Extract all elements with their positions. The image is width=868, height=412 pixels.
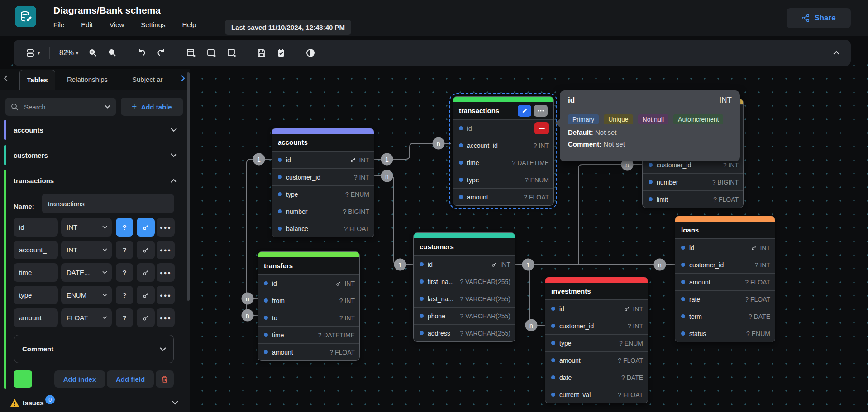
field-row[interactable]: time? DATETIME [453, 154, 553, 171]
table-transactions[interactable]: transactions id account_id? INT time? DA… [453, 96, 554, 206]
redo-button[interactable] [156, 48, 166, 58]
primary-key-toggle[interactable] [137, 308, 155, 327]
field-dot[interactable] [420, 297, 424, 301]
field-name-input[interactable]: type [14, 286, 58, 304]
collapse-toolbar-button[interactable] [833, 40, 840, 66]
field-dot[interactable] [681, 263, 685, 267]
field-dot[interactable] [264, 333, 268, 337]
field-row[interactable]: last_na...? VARCHAR(255) [414, 290, 515, 307]
field-row[interactable]: number? BIGINT [272, 203, 374, 220]
app-logo[interactable] [15, 6, 36, 27]
field-type-select[interactable]: FLOAT [61, 308, 112, 327]
field-name-input[interactable]: id [14, 218, 58, 237]
sidebar-item-customers[interactable]: customers [0, 144, 190, 166]
undo-button[interactable] [137, 48, 147, 58]
field-dot[interactable] [278, 158, 282, 162]
field-dot[interactable] [420, 279, 424, 284]
field-more-button[interactable]: ●●● [157, 218, 175, 237]
table-search[interactable] [5, 98, 116, 116]
field-type-select[interactable]: INT [61, 218, 112, 237]
add-index-button[interactable]: Add index [54, 370, 105, 388]
menu-file[interactable]: File [53, 21, 64, 28]
nullable-toggle[interactable]: ? [116, 263, 133, 282]
field-more-button[interactable]: ●●● [157, 241, 175, 259]
edit-table-button[interactable] [518, 105, 531, 117]
field-dot[interactable] [264, 316, 268, 320]
field-dot[interactable] [681, 280, 685, 284]
field-row[interactable]: current_val? FLOAT [545, 386, 648, 403]
field-dot[interactable] [278, 192, 282, 196]
field-dot[interactable] [551, 341, 555, 345]
add-note-button[interactable] [226, 47, 237, 58]
field-row[interactable]: address? VARCHAR(255) [414, 324, 515, 341]
tab-subject-areas[interactable]: Subject ar [132, 76, 174, 83]
field-row[interactable]: account_id? INT [453, 137, 553, 154]
field-row[interactable]: customer_id? INT [675, 256, 775, 273]
field-row[interactable]: type? ENUM [545, 334, 648, 351]
share-button[interactable]: Share [787, 8, 851, 28]
field-dot[interactable] [420, 314, 424, 318]
field-row[interactable]: idINT [272, 151, 374, 168]
field-row[interactable]: customer_id? INT [545, 317, 648, 334]
comment-collapsible[interactable]: Comment [14, 335, 174, 363]
field-dot[interactable] [278, 209, 282, 213]
table-transfers[interactable]: transfers idINT from? INT to? INT time? … [258, 251, 360, 361]
field-dot[interactable] [551, 324, 555, 328]
field-dot[interactable] [264, 298, 268, 303]
field-row[interactable]: idINT [675, 239, 775, 256]
menu-settings[interactable]: Settings [141, 21, 165, 28]
table-name-input[interactable] [42, 194, 174, 213]
field-row[interactable]: idINT [545, 300, 648, 317]
add-field-button[interactable]: Add field [107, 370, 154, 388]
nullable-toggle[interactable]: ? [116, 308, 133, 327]
field-dot[interactable] [681, 314, 685, 318]
field-dot[interactable] [278, 175, 282, 179]
field-more-button[interactable]: ●●● [157, 308, 175, 327]
field-more-button[interactable]: ●●● [157, 286, 175, 304]
field-row[interactable]: to? INT [258, 309, 359, 326]
field-dot[interactable] [420, 262, 424, 266]
add-table-tool-button[interactable] [186, 47, 196, 58]
table-loans[interactable]: loans idINT customer_id? INT amount? FLO… [675, 216, 775, 342]
field-type-select[interactable]: INT [61, 241, 112, 259]
primary-key-toggle[interactable] [137, 218, 155, 237]
field-row[interactable]: first_na...? VARCHAR(255) [414, 273, 515, 290]
field-row[interactable]: from? INT [258, 292, 359, 309]
primary-key-toggle[interactable] [137, 263, 155, 282]
field-dot[interactable] [681, 331, 685, 336]
field-dot[interactable] [459, 195, 463, 199]
field-row[interactable]: status? ENUM [675, 325, 775, 342]
tabs-scroll-right-button[interactable] [181, 75, 185, 84]
zoom-level-select[interactable]: 82% ▾ [59, 49, 78, 57]
field-dot[interactable] [278, 227, 282, 231]
tab-relationships[interactable]: Relationships [67, 76, 108, 83]
field-name-input[interactable]: account_ [14, 241, 58, 259]
table-accounts[interactable]: accounts idINT customer_id? INT type? EN… [272, 128, 374, 237]
field-dot[interactable] [551, 393, 555, 397]
field-name-input[interactable]: amount [14, 308, 58, 327]
field-row[interactable]: limit? FLOAT [643, 190, 743, 208]
field-dot[interactable] [264, 281, 268, 285]
sidebar-scrollbar[interactable] [187, 72, 190, 301]
field-row[interactable]: amount? FLOAT [258, 343, 359, 360]
field-type-select[interactable]: ENUM [61, 286, 112, 304]
field-more-button[interactable]: ●●● [157, 263, 175, 282]
field-row[interactable]: phone? VARCHAR(255) [414, 307, 515, 324]
table-color-swatch[interactable] [14, 370, 32, 388]
field-row[interactable]: time? DATETIME [258, 326, 359, 343]
field-dot[interactable] [681, 246, 685, 250]
tab-tables[interactable]: Tables [19, 70, 55, 90]
theme-contrast-button[interactable] [305, 48, 315, 58]
field-dot[interactable] [420, 331, 424, 335]
field-dot[interactable] [459, 126, 463, 130]
sidebar-item-transactions[interactable]: transactions [0, 170, 190, 191]
zoom-in-button[interactable] [88, 48, 98, 58]
nullable-toggle[interactable]: ? [116, 218, 133, 237]
nullable-toggle[interactable]: ? [116, 241, 133, 259]
tabs-scroll-left-button[interactable] [4, 75, 8, 84]
field-row[interactable]: idINT [258, 275, 359, 292]
field-row[interactable]: date? DATE [545, 369, 648, 386]
issues-panel-toggle[interactable]: Issues 0 [0, 393, 190, 412]
field-row[interactable]: amount? FLOAT [453, 188, 553, 205]
field-row[interactable]: amount? FLOAT [675, 273, 775, 290]
